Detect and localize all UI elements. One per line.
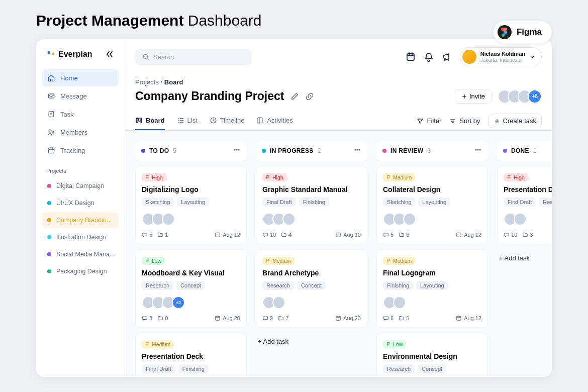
figma-badge: Figma [494, 21, 552, 43]
task-tag: Final Draft [142, 364, 175, 373]
task-assignees [504, 213, 552, 226]
column-menu-button[interactable] [233, 146, 241, 156]
add-task-button[interactable]: + Add task [497, 249, 552, 262]
project-item[interactable]: Illustration Design [42, 229, 119, 245]
task-tag: Layouting [416, 281, 448, 290]
task-card[interactable]: Low Moodboard & Key Visual ResearchConce… [135, 249, 247, 328]
column-in-review: IN REVIEW 3 Medium Collateral Design Ske… [376, 141, 488, 367]
priority-badge: Medium [383, 257, 415, 265]
svg-rect-5 [48, 148, 54, 153]
task-assignees [262, 213, 361, 226]
task-tag: Concept [176, 281, 205, 290]
user-menu[interactable]: Niclaus KoldmanJakarta, Indonesia [460, 47, 542, 66]
nav-message[interactable]: Message [42, 87, 119, 105]
chevron-down-icon [529, 54, 535, 60]
project-item[interactable]: Company Brandin... [42, 212, 119, 228]
priority-badge: Low [142, 257, 165, 265]
add-task-button[interactable]: + Add task [256, 333, 367, 345]
column-menu-button[interactable] [474, 146, 482, 156]
svg-point-18 [355, 149, 356, 150]
task-card[interactable]: High Graphic Standard Manual Final Draft… [256, 166, 367, 244]
view-tabs: BoardListTimelineActivities Filter Sort … [125, 112, 552, 131]
link-icon[interactable] [305, 92, 314, 101]
invite-button[interactable]: Invite [455, 89, 492, 104]
priority-badge: Medium [142, 340, 174, 348]
task-title: Presentation Deck [142, 352, 240, 360]
svg-point-23 [475, 149, 476, 150]
collapse-sidebar-button[interactable] [105, 49, 115, 59]
project-item[interactable]: UI/UX Design [42, 195, 119, 211]
task-tag: First Draft [504, 198, 536, 207]
task-tag: Concept [418, 364, 446, 373]
column-header: DONE 1 [497, 141, 552, 161]
task-assignees [142, 213, 240, 226]
project-item[interactable]: Social Media Mana... [42, 246, 119, 262]
search-icon [142, 53, 149, 60]
svg-point-0 [504, 31, 507, 34]
calendar-icon[interactable] [406, 52, 416, 62]
svg-point-15 [238, 149, 239, 150]
column-to-do: TO DO 5 High Digitalizing Logo Sketching… [135, 141, 247, 367]
tab-activities[interactable]: Activities [256, 112, 292, 130]
task-tag: Finishing [178, 364, 209, 373]
svg-rect-16 [216, 233, 220, 237]
topbar: Search Niclaus KoldmanJakarta, Indonesia [125, 39, 552, 74]
tab-board[interactable]: Board [135, 112, 165, 130]
sidebar: Everplan HomeMessageTaskMembersTracking … [36, 39, 125, 377]
column-header: IN PROGRESS 2 [256, 141, 367, 161]
task-title: Presentation Deck [504, 185, 552, 193]
priority-badge: Medium [262, 257, 295, 265]
task-card[interactable]: Medium Final Logogram FinishingLayouting… [376, 249, 488, 328]
task-card[interactable]: High Presentation Deck First DraftResear… [497, 166, 552, 244]
megaphone-icon[interactable] [442, 52, 452, 62]
project-item[interactable]: Packaging Design [42, 263, 119, 279]
svg-point-25 [479, 149, 480, 150]
task-tag: Research [539, 198, 552, 207]
search-input[interactable]: Search [135, 49, 252, 65]
tab-timeline[interactable]: Timeline [210, 112, 245, 130]
task-title: Collateral Design [383, 185, 481, 193]
create-task-button[interactable]: Create task [488, 114, 542, 128]
svg-point-3 [49, 130, 51, 132]
task-tag: Finishing [299, 198, 329, 207]
svg-rect-27 [457, 316, 461, 320]
svg-rect-8 [136, 118, 138, 123]
nav-task[interactable]: Task [42, 106, 119, 123]
projects-section-label: Projects [42, 160, 119, 178]
nav-home[interactable]: Home [42, 69, 119, 86]
breadcrumb[interactable]: Projects / Board [135, 78, 542, 86]
column-menu-button[interactable] [353, 146, 361, 156]
task-card[interactable]: Medium Presentation Deck Final DraftFini… [135, 333, 247, 377]
svg-point-14 [236, 149, 237, 150]
priority-badge: High [262, 173, 287, 181]
task-assignees [383, 296, 481, 309]
task-tag: Final Draft [262, 198, 296, 207]
project-item[interactable]: Digital Campaign [42, 178, 119, 194]
svg-point-13 [234, 149, 235, 150]
project-header: Projects / Board Company Branding Projec… [125, 74, 552, 104]
sort-button[interactable]: Sort by [449, 117, 480, 125]
task-card[interactable]: Low Environmental Design ResearchConcept [376, 333, 488, 377]
brand-logo[interactable]: Everplan [46, 50, 92, 59]
task-assignees [383, 213, 481, 226]
svg-rect-2 [49, 111, 54, 117]
column-header: IN REVIEW 3 [376, 141, 488, 161]
svg-rect-21 [336, 233, 340, 237]
nav-tracking[interactable]: Tracking [42, 142, 119, 159]
filter-button[interactable]: Filter [417, 117, 441, 125]
bell-icon[interactable] [424, 52, 434, 62]
svg-rect-12 [258, 118, 262, 123]
task-card[interactable]: Medium Collateral Design SketchingLayout… [376, 166, 488, 244]
task-card[interactable]: Medium Brand Archetype ResearchConcept 9… [256, 249, 367, 328]
priority-badge: Medium [383, 173, 415, 181]
nav-members[interactable]: Members [42, 124, 119, 141]
svg-rect-22 [336, 316, 340, 320]
member-avatars[interactable]: +8 [498, 89, 542, 104]
task-tag: Layouting [177, 198, 209, 207]
svg-rect-9 [139, 118, 140, 121]
user-avatar [462, 50, 476, 64]
edit-icon[interactable] [290, 92, 299, 101]
task-assignees [262, 296, 361, 309]
tab-list[interactable]: List [177, 112, 198, 130]
task-card[interactable]: High Digitalizing Logo SketchingLayoutin… [135, 166, 247, 244]
